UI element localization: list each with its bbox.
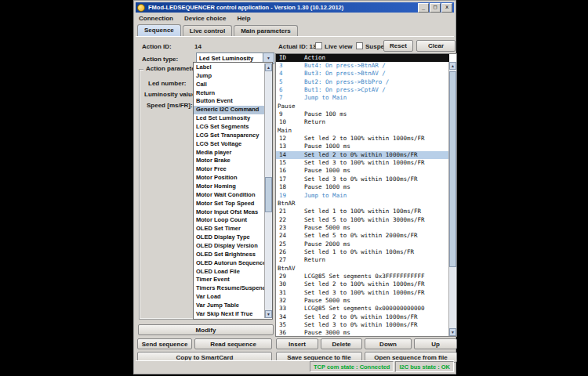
dropdown-item-var-load[interactable]: Var Load xyxy=(194,293,264,302)
dropdown-item-motor-wait-condition[interactable]: Motor Wait Condition xyxy=(194,191,264,200)
dropdown-item-call[interactable]: Call xyxy=(194,81,264,89)
sequence-row[interactable]: 33LCG@85 Set segments 0x000000000000 xyxy=(276,305,449,313)
dropdown-item-lcg-set-transparency[interactable]: LCG Set Transparency xyxy=(194,132,264,140)
sequence-row[interactable]: 30Set led 2 to 100% within 1000ms/FR xyxy=(276,280,449,288)
scroll-down-icon[interactable]: ▼ xyxy=(449,328,456,336)
sequence-row[interactable]: 10Return xyxy=(276,118,449,126)
sequence-row[interactable]: 16Pause 1000 ms xyxy=(276,167,449,175)
dropdown-item-motor-homing[interactable]: Motor Homing xyxy=(194,183,264,191)
dropdown-item-var-skip-next-if-true[interactable]: Var Skip Next if True xyxy=(194,310,264,318)
dropdown-item-oled-load-file[interactable]: OLED Load File xyxy=(194,268,264,277)
clear-button[interactable]: Clear xyxy=(416,40,456,52)
action-id-label: Action ID: xyxy=(142,43,172,50)
insert-button[interactable]: Insert xyxy=(276,338,318,349)
sequence-row[interactable]: 3But4: On press->BtnAR / xyxy=(276,62,449,70)
dropdown-item-motor-loop-count[interactable]: Motor Loop Count xyxy=(194,216,264,225)
dropdown-item-oled-display-type[interactable]: OLED Display Type xyxy=(194,233,264,242)
sequence-row[interactable]: 17Set led 3 to 0% within 1000ms/FR xyxy=(276,175,449,183)
sequence-row[interactable]: 12Set led 2 to 100% within 1000ms/FR xyxy=(276,135,449,143)
sequence-row[interactable]: Main xyxy=(276,127,449,135)
title-bar[interactable]: FMod-LEDSEQUENCER control application - … xyxy=(136,2,454,13)
modify-button[interactable]: Modify xyxy=(138,324,274,335)
dropdown-item-motor-input-ofst-meas[interactable]: Motor Input Ofst Meas xyxy=(194,208,264,217)
dropdown-item-oled-display-version[interactable]: OLED Display Version xyxy=(194,242,264,251)
scroll-up-icon[interactable]: ▲ xyxy=(449,62,456,70)
dropdown-item-var-jump-table[interactable]: Var Jump Table xyxy=(194,302,264,310)
sequence-row-id: 26 xyxy=(279,248,286,256)
sequence-row-id: 9 xyxy=(279,110,283,118)
dropdown-item-oled-set-brightness[interactable]: OLED Set Brightness xyxy=(194,251,264,259)
sequence-row-id: 24 xyxy=(279,232,286,240)
dropdown-item-motor-set-top-speed[interactable]: Motor Set Top Speed xyxy=(194,200,264,208)
sequence-row[interactable]: 24Set led 5 to 0% within 2000ms/FR xyxy=(276,232,449,240)
sequence-row[interactable]: 31Set led 3 to 100% within 1000ms/FR xyxy=(276,289,449,297)
dropdown-item-motor-brake[interactable]: Motor Brake xyxy=(194,157,264,165)
scroll-up-icon[interactable]: ▲ xyxy=(265,63,272,71)
delete-button[interactable]: Delete xyxy=(321,338,362,349)
tab-live-control[interactable]: Live control xyxy=(183,25,232,36)
minimize-icon[interactable]: _ xyxy=(418,3,429,13)
dropdown-item-timers-resume-suspend[interactable]: Timers Resume/Suspend xyxy=(194,284,264,293)
sequence-row[interactable]: BtnAR xyxy=(276,200,449,208)
sequence-row[interactable]: 25Pause 2000 ms xyxy=(276,240,449,248)
sequence-row[interactable]: 5But2: On press->BtbPro / xyxy=(276,78,449,86)
sequence-row[interactable]: 7Jump to Main xyxy=(276,94,449,102)
dropdown-item-lcg-set-segments[interactable]: LCG Set Segments xyxy=(194,123,264,132)
dropdown-item-oled-autorun-sequence[interactable]: OLED Autorun Sequence xyxy=(194,259,264,268)
sequence-row[interactable]: 32Pause 5000 ms xyxy=(276,297,449,305)
sequence-row[interactable]: 35Set led 3 to 0% within 1000ms/FR xyxy=(276,321,449,329)
send-sequence-button[interactable]: Send sequence xyxy=(137,338,192,349)
scroll-down-icon[interactable]: ▼ xyxy=(265,310,272,318)
dropdown-item-return[interactable]: Return xyxy=(194,89,264,98)
sequence-row[interactable]: 23Pause 5000 ms xyxy=(276,224,449,232)
dropdown-scrollbar[interactable]: ▲ ▼ xyxy=(264,63,272,318)
sequence-row[interactable]: 13Pause 1000 ms xyxy=(276,143,449,150)
down-button[interactable]: Down xyxy=(365,338,412,349)
sequence-row-id: 5 xyxy=(279,78,283,86)
sequence-row[interactable]: 27Return xyxy=(276,256,449,264)
sequence-row[interactable]: 34Set led 2 to 0% within 1000ms/FR xyxy=(276,313,449,321)
reset-button[interactable]: Reset xyxy=(383,40,413,52)
dropdown-item-motor-position[interactable]: Motor Position xyxy=(194,174,264,183)
sequence-row[interactable]: 4But3: On press->BtnAV / xyxy=(276,70,449,78)
live-view-checkbox[interactable] xyxy=(315,42,322,49)
dropdown-item-button-event[interactable]: Button Event xyxy=(194,97,264,106)
menu-device-choice[interactable]: Device choice xyxy=(184,15,226,22)
dropdown-item-jump[interactable]: Jump xyxy=(194,72,264,81)
suspend-checkbox[interactable] xyxy=(356,42,363,49)
dropdown-item-media-player[interactable]: Media player xyxy=(194,149,264,157)
dropdown-item-motor-free[interactable]: Motor Free xyxy=(194,165,264,174)
dropdown-item-generic-i2c-command[interactable]: Generic I2C Command xyxy=(194,106,264,114)
dropdown-item-lcg-set-voltage[interactable]: LCG Set Voltage xyxy=(194,140,264,149)
sequence-row[interactable]: 9Pause 100 ms xyxy=(276,110,449,118)
maximize-icon[interactable]: □ xyxy=(430,3,441,13)
sequence-row[interactable]: 19Jump to Main xyxy=(276,192,449,200)
sequence-row[interactable]: 36Pause 3000 ms xyxy=(276,329,449,336)
sequence-row[interactable]: 18Pause 1000 ms xyxy=(276,183,449,191)
menu-help[interactable]: Help xyxy=(237,15,250,22)
dropdown-item-led-set-luminosity[interactable]: Led Set Luminosity xyxy=(194,114,264,123)
sequence-row[interactable]: 22Set led 5 to 100% within 3000ms/FR xyxy=(276,216,449,224)
sequence-row[interactable]: 26Set led 1 to 0% within 100ms/FR xyxy=(276,248,449,256)
sequence-row[interactable]: 15Set led 3 to 100% within 1000ms/FR xyxy=(276,159,449,167)
scrollbar-thumb[interactable] xyxy=(265,177,272,212)
menu-connection[interactable]: Connection xyxy=(139,15,173,22)
up-button[interactable]: Up xyxy=(414,338,457,349)
sequence-row[interactable]: BtnAV xyxy=(276,265,449,273)
sequence-row[interactable]: 6But1: On press->CptAV / xyxy=(276,86,449,94)
sequence-row[interactable]: Pause xyxy=(276,103,449,110)
sequence-row[interactable]: 21Set led 1 to 100% within 100ms/FR xyxy=(276,208,449,215)
sequence-row[interactable]: 29LCG@85 Set segments 0x3FFFFFFFFFFF xyxy=(276,273,449,280)
sequence-label: BtnAV xyxy=(278,265,296,273)
tab-main-parameters[interactable]: Main parameters xyxy=(234,25,298,36)
dropdown-item-label[interactable]: Label xyxy=(194,63,264,72)
read-sequence-button[interactable]: Read sequence xyxy=(194,338,272,349)
sequence-row[interactable]: 14Set led 2 to 0% within 1000ms/FR xyxy=(276,151,449,159)
sequence-row-id: 19 xyxy=(279,192,286,200)
close-icon[interactable]: x xyxy=(441,3,452,13)
dropdown-item-timer-event[interactable]: Timer Event xyxy=(194,276,264,284)
sequence-scrollbar[interactable]: ▲ ▼ xyxy=(448,62,456,336)
tab-sequence[interactable]: Sequence xyxy=(137,24,181,36)
dropdown-item-oled-set-timer[interactable]: OLED Set Timer xyxy=(194,225,264,233)
scrollbar-thumb[interactable] xyxy=(449,71,456,267)
